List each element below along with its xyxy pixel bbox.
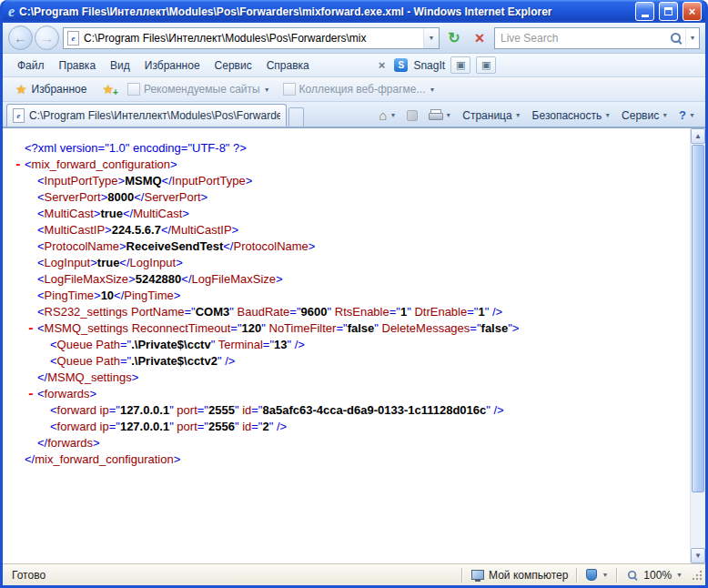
collapse-toggle[interactable]: - [27, 386, 35, 402]
snagit-capture-button[interactable]: ▣ [450, 56, 470, 74]
tab-active[interactable]: e C:\Program Files\Интеллект\Modules\Pos… [6, 104, 287, 127]
home-icon: ⌂ [379, 109, 387, 122]
xml-token: </ [114, 289, 124, 302]
xml-token: Path [93, 338, 120, 351]
xml-token: Path [93, 354, 120, 368]
add-to-favorites-button[interactable]: ★ + [96, 80, 120, 98]
xml-token: > [201, 190, 208, 204]
xml-token: =" [251, 420, 262, 433]
xml-line: <RS232_settings PortName="COM3" BaudRate… [3, 304, 690, 320]
xml-token: forward [57, 420, 96, 433]
favorites-link-label: Коллекция веб-фрагме... [299, 83, 426, 96]
xml-token: =" [389, 305, 400, 319]
refresh-button[interactable]: ↻ [443, 27, 465, 49]
favorites-link-web-slices[interactable]: Коллекция веб-фрагме... ▼ [278, 80, 441, 98]
collapse-toggle[interactable]: - [27, 320, 35, 337]
collapse-toggle[interactable]: - [15, 157, 22, 173]
menu-item-favorites[interactable]: Избранное [137, 56, 207, 75]
xml-token: true [100, 207, 123, 220]
xml-token: =" [109, 420, 120, 433]
new-tab-button[interactable] [288, 107, 304, 127]
menu-item-help[interactable]: Справка [259, 56, 317, 75]
menu-item-tools[interactable]: Сервис [207, 56, 259, 75]
navigation-toolbar: ← → e ▼ ↻ × ▼ [3, 23, 705, 54]
xml-token: </ [37, 436, 47, 450]
maximize-button[interactable] [659, 2, 678, 21]
page-menu-label: Страница [462, 109, 511, 122]
search-input[interactable] [495, 32, 667, 45]
xml-token: /> [489, 305, 502, 319]
scroll-thumb[interactable] [692, 145, 704, 492]
snagit-label[interactable]: SnagIt [413, 59, 445, 72]
scroll-down-button[interactable]: ▼ [691, 548, 705, 563]
favorites-link-label: Рекомендуемые сайты [144, 83, 260, 96]
chevron-down-icon: ▼ [689, 112, 695, 118]
xml-token: ServerPort [144, 190, 200, 204]
scroll-up-button[interactable]: ▲ [691, 128, 705, 144]
xml-token: =" [197, 403, 208, 417]
xml-token: ProtocolName [45, 239, 119, 253]
xml-token: < [37, 272, 45, 286]
xml-document: <?xml version="1.0" encoding="UTF-8" ?>-… [3, 128, 690, 563]
xml-token: port [174, 403, 197, 417]
maximize-icon [664, 7, 673, 15]
xml-token: > [105, 223, 112, 237]
tools-menu-button[interactable]: Сервис ▼ [617, 107, 673, 124]
favorites-button[interactable]: ★ Избранное [8, 80, 94, 98]
address-input[interactable] [79, 32, 423, 45]
safety-menu-button[interactable]: Безопасность ▼ [528, 107, 615, 124]
home-button[interactable]: ⌂ ▼ [374, 107, 400, 124]
search-dropdown-button[interactable]: ▼ [685, 28, 699, 48]
zoom-control[interactable]: 100% ▼ [618, 569, 691, 582]
title-bar: e C:\Program Files\Интеллект\Modules\Pos… [3, 0, 705, 23]
xml-line: <forward ip="127.0.0.1" port="2555" id="… [3, 402, 690, 419]
xml-line: <PingTime>10</PingTime> [3, 288, 690, 304]
rss-icon [407, 110, 418, 121]
address-dropdown-button[interactable]: ▼ [423, 28, 439, 48]
search-button[interactable] [667, 28, 685, 48]
resize-grip[interactable] [691, 569, 703, 582]
xml-token: < [37, 289, 45, 302]
favorites-link-suggested-sites[interactable]: Рекомендуемые сайты ▼ [122, 80, 276, 98]
vertical-scrollbar[interactable]: ▲ ▼ [690, 128, 705, 563]
security-dropdown[interactable]: ▼ [578, 569, 616, 581]
menu-item-edit[interactable]: Правка [52, 56, 104, 75]
xml-line: <MultiCast>true</MultiCast> [3, 206, 690, 222]
xml-token: RS232_settings [45, 305, 128, 319]
xml-token: =" [263, 338, 274, 351]
xml-token: =" [251, 403, 262, 417]
menu-item-file[interactable]: Файл [10, 56, 52, 75]
xml-token: LogFileMaxSize [45, 272, 129, 286]
menu-item-view[interactable]: Вид [103, 56, 137, 75]
stop-button[interactable]: × [469, 27, 491, 49]
toolbar-close-button[interactable]: × [375, 58, 389, 72]
xml-line: <ServerPort>8000</ServerPort> [3, 189, 690, 206]
scroll-track[interactable] [691, 144, 705, 548]
address-bar[interactable]: e ▼ [63, 27, 440, 49]
close-button[interactable]: × [683, 2, 702, 21]
xml-token: mix_forward_configuration [32, 157, 170, 171]
xml-token: ReconnectTimeout [128, 321, 230, 335]
xml-token: > [170, 157, 177, 171]
help-button[interactable]: ? ▼ [674, 106, 700, 124]
xml-token: =" [185, 305, 196, 319]
search-box[interactable]: ▼ [494, 27, 700, 49]
shield-icon [586, 569, 597, 581]
feeds-button[interactable] [402, 108, 422, 123]
xml-token: > [308, 239, 316, 253]
forward-button[interactable]: → [35, 25, 59, 50]
xml-line: -<forwards> [3, 386, 690, 402]
content-area: <?xml version="1.0" encoding="UTF-8" ?>-… [3, 127, 705, 563]
back-button[interactable]: ← [8, 25, 33, 50]
xml-line: <forward ip="127.0.0.1" port="2556" id="… [3, 419, 690, 435]
print-button[interactable]: ▼ [424, 107, 456, 123]
snagit-profile-button[interactable]: ▣ [476, 56, 496, 74]
minimize-button[interactable] [635, 2, 654, 21]
close-icon: × [689, 5, 696, 18]
browser-window: e C:\Program Files\Интеллект\Modules\Pos… [0, 0, 708, 588]
xml-token: < [37, 305, 45, 319]
tab-favicon: e [13, 108, 25, 123]
xml-token: InputPortType [172, 174, 246, 188]
xml-token: MSMQ [125, 174, 161, 188]
page-menu-button[interactable]: Страница ▼ [458, 107, 525, 124]
